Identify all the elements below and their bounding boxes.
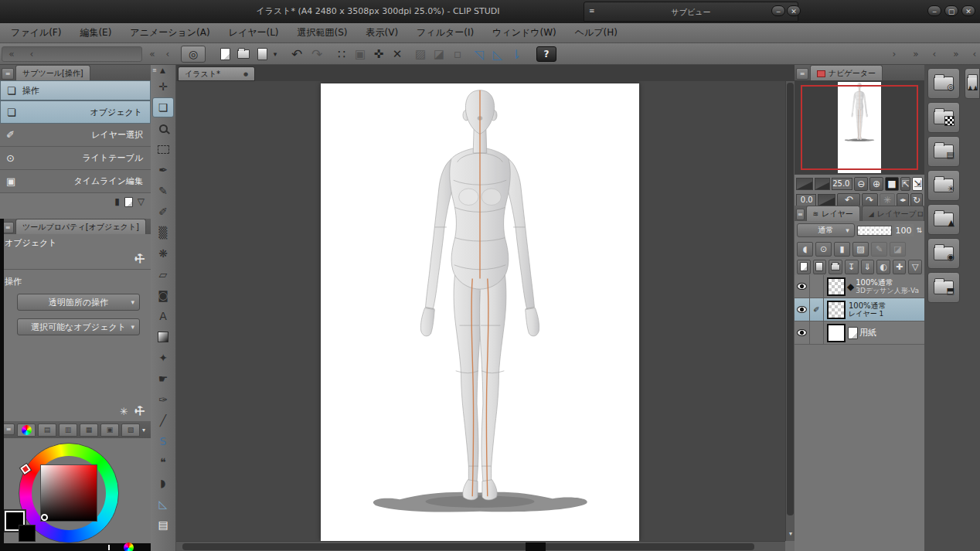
layer-thumbnail[interactable] [827, 301, 846, 319]
auto-select-tool[interactable]: ✦ [152, 348, 174, 368]
undo-button[interactable]: ↶ [288, 46, 306, 63]
layer-thumbnail[interactable] [827, 324, 846, 342]
eyedropper-tool[interactable]: ✑ [152, 389, 174, 410]
blend-mode-dropdown[interactable]: 通常 ▾ [797, 223, 855, 237]
intermediate-color-tab[interactable]: ▦ [80, 423, 98, 437]
layer-thumbnail[interactable] [827, 277, 846, 296]
navigator-view-frame[interactable] [801, 85, 918, 170]
sv-cursor[interactable] [41, 514, 48, 521]
material-folder-color-pattern[interactable]: ◎ [927, 68, 960, 99]
saturation-value-square[interactable] [40, 464, 97, 522]
menu-help[interactable]: ヘルプ(H) [575, 26, 618, 39]
dock-expand-icon-3[interactable]: ‹ [929, 47, 940, 61]
apply-mask-button[interactable]: ✚ [893, 260, 907, 274]
opacity-value[interactable]: 100 [894, 224, 914, 236]
zoom-100-button[interactable]: ⇱ [900, 177, 911, 191]
transform-frame-button[interactable]: ▣ [351, 46, 369, 63]
gradient-tool[interactable] [152, 327, 174, 347]
ruler-visibility-button[interactable]: ◪ [890, 242, 906, 257]
menu-animation[interactable]: アニメーション(A) [130, 26, 209, 39]
dock-expand-icon-4[interactable]: » [949, 47, 963, 61]
subview-minimize-button[interactable]: ‒ [771, 5, 785, 16]
marquee-tool[interactable] [152, 139, 174, 159]
text-tool[interactable]: A [152, 306, 174, 326]
toolstrip-menu-icon[interactable]: ≡ [152, 67, 157, 73]
material-folder-image[interactable]: ▲ [927, 204, 960, 235]
wrench-icon[interactable]: ⚒ [131, 250, 148, 267]
eraser-tool[interactable]: ▱ [152, 264, 174, 284]
delete-layer-button[interactable]: ▽ [908, 260, 922, 274]
subtool-trash-icon[interactable]: ▽ [138, 196, 145, 207]
toolprop-panel-tab[interactable]: ツールプロパティ[オブジェクト] [15, 219, 146, 234]
material-folder-characters[interactable]: ♟♟ [965, 68, 980, 99]
subtool-panel-tab[interactable]: サブツール[操作] [15, 65, 90, 80]
open-file-button[interactable] [235, 46, 252, 63]
fit-to-window-button[interactable]: ⇲ [912, 177, 923, 191]
subtool-item-timeline-edit[interactable]: ▣ タイムライン編集 [0, 170, 151, 193]
menu-file[interactable]: ファイル(F) [11, 26, 61, 39]
material-folder-effect[interactable]: ✳ [927, 170, 960, 201]
snap-ruler-button[interactable]: ◹ [470, 46, 488, 63]
help-button[interactable]: ? [536, 46, 556, 62]
move-tool[interactable]: ✛ [152, 77, 174, 97]
deselect-button[interactable]: ▨ [411, 46, 430, 63]
menu-window[interactable]: ウィンドウ(W) [492, 26, 556, 39]
zoom-value[interactable]: 25.0 [832, 178, 852, 190]
layer-mask-button[interactable]: ◖ [797, 242, 813, 257]
horizontal-scrollbar[interactable] [176, 541, 785, 551]
menu-edit[interactable]: 編集(E) [80, 26, 111, 39]
zoom-slider-small[interactable] [796, 178, 813, 190]
new-file-button[interactable] [216, 46, 233, 63]
zoom-tool[interactable] [152, 118, 174, 138]
new-folder-button[interactable] [829, 260, 842, 274]
window-close-button[interactable]: ✕ [961, 5, 975, 16]
subtool-group-operation[interactable]: ❏ 操作 [0, 80, 151, 100]
object-tool[interactable]: ❏ [152, 97, 174, 117]
canvas-area[interactable] [176, 81, 785, 541]
opacity-spinner-icon[interactable]: ⇅ [916, 226, 922, 234]
navigator-preview[interactable] [795, 80, 924, 175]
menu-selection[interactable]: 選択範囲(S) [298, 26, 348, 39]
subtool-new-icon[interactable] [124, 197, 133, 207]
onion-skin-button[interactable]: ⊙ [815, 242, 832, 257]
visibility-eye-icon[interactable] [797, 329, 807, 336]
dock-expand-icon-5[interactable]: ‹ [969, 47, 980, 61]
tab-close-icon[interactable]: ● [243, 71, 248, 77]
save-dropdown-arrow[interactable]: ▾ [271, 46, 280, 63]
rainbow-sphere-icon[interactable] [124, 542, 134, 551]
reset-defaults-icon[interactable]: ✳ [120, 406, 128, 417]
fill-tool[interactable]: ◙ [152, 285, 174, 305]
color-set-tab[interactable]: ▥ [59, 423, 77, 437]
fit-to-screen-button[interactable]: ■ [885, 177, 899, 191]
line-tool[interactable]: ╱ [152, 410, 174, 430]
clip-studio-logo-button[interactable]: ◎ [181, 46, 206, 63]
subview-close-button[interactable]: ✕ [787, 5, 801, 16]
rotate-ccw-button[interactable]: ↶ [837, 193, 860, 207]
transparent-area-dropdown[interactable]: 透明箇所の操作 ▾ [17, 294, 140, 311]
color-panel-menu-icon[interactable]: ≡ [2, 423, 15, 435]
redo-button[interactable]: ↷ [308, 46, 326, 63]
tab-overflow-arrow[interactable]: ▾ [142, 427, 145, 434]
transfer-down-button[interactable]: ↧ [845, 260, 859, 274]
rotation-slider[interactable] [818, 194, 836, 206]
pencil-tool[interactable]: ✎ [152, 181, 174, 201]
material-folder-pose[interactable]: ◉ [927, 238, 960, 269]
pen-tool[interactable]: ✒ [152, 160, 174, 180]
invert-selection-button[interactable]: ◪ [430, 46, 448, 63]
decoration-tool[interactable]: ❋ [152, 243, 174, 264]
new-vector-layer-button[interactable] [813, 260, 827, 274]
dock-collapse-left-icon[interactable]: « [5, 47, 19, 61]
menu-layer[interactable]: レイヤー(L) [229, 26, 279, 39]
color-slider-tab[interactable]: ▤ [38, 423, 56, 437]
dock-collapse-left-small-icon[interactable]: ‹ [26, 47, 37, 61]
color-history-tab[interactable]: ▧ [121, 423, 140, 437]
subview-panel-header[interactable]: ≡ サブビュー [584, 2, 798, 22]
vertical-scrollbar-thumb[interactable] [787, 83, 794, 515]
zoom-out-button[interactable]: ⊖ [854, 177, 868, 191]
layer-property-tab[interactable]: ◢ レイヤープロパティ [862, 206, 924, 221]
visibility-eye-icon[interactable] [797, 306, 807, 313]
new-raster-layer-button[interactable] [797, 260, 811, 274]
selection-border-button[interactable]: ▫ [448, 46, 467, 63]
ruler-tool[interactable]: ◺ [152, 494, 174, 514]
window-minimize-button[interactable]: ‒ [927, 5, 941, 16]
